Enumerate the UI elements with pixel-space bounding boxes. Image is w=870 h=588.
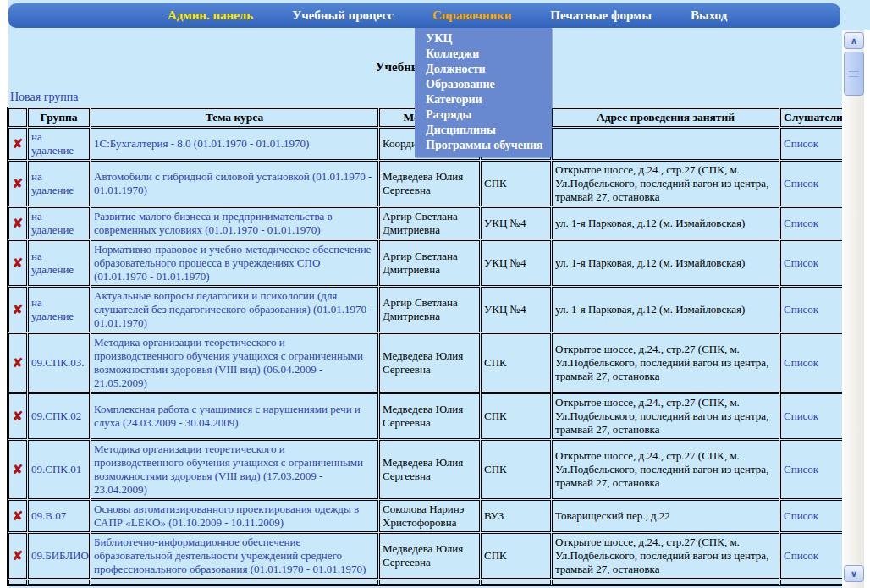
- address-text: [552, 580, 779, 585]
- manager-name: Медведева Юлия Сергеевна: [379, 440, 480, 499]
- address-text: Открытое шоссе, д.24., стр.27 (СПК, м. У…: [552, 533, 779, 579]
- dropdown-item-Категории[interactable]: Категории: [415, 92, 552, 107]
- dropdown-item-УКЦ[interactable]: УКЦ: [415, 31, 552, 47]
- course-theme-link[interactable]: Библиотечно-информационное обеспечение о…: [94, 536, 375, 576]
- listeners-list-link[interactable]: Список: [784, 137, 841, 151]
- course-theme-link[interactable]: Развитие малого бизнеса и предпринимател…: [94, 210, 375, 237]
- chevron-up-icon: ∧: [851, 36, 858, 47]
- delete-row-icon[interactable]: ✘: [13, 463, 24, 476]
- group-link[interactable]: 09.В.07: [31, 509, 86, 523]
- header-delete: [8, 108, 27, 127]
- app-window: Админ. панельУчебный процессСправочникиП…: [0, 0, 870, 588]
- header-address: Адрес проведения занятий: [552, 108, 779, 127]
- listeners-list-link[interactable]: Список: [784, 509, 841, 523]
- address-text: ул. 1-я Парковая, д.12 (м. Измайловская): [552, 287, 779, 332]
- top-navigation-bar: Админ. панельУчебный процессСправочникиП…: [8, 3, 840, 28]
- group-link[interactable]: на удаление: [31, 296, 86, 323]
- delete-row-icon[interactable]: ✘: [13, 509, 24, 523]
- group-link[interactable]: на удаление: [31, 130, 86, 157]
- ukc-type: УКЦ №4: [481, 287, 551, 332]
- dropdown-item-Программы обучения[interactable]: Программы обучения: [415, 138, 552, 153]
- listeners-list-link[interactable]: Список: [784, 409, 841, 423]
- course-theme-link[interactable]: Комплексная работа с учащимися с нарушен…: [94, 403, 375, 430]
- course-theme-link[interactable]: Основы автоматизированного проектировани…: [94, 503, 375, 530]
- ukc-type: ВУЗ: [481, 500, 551, 532]
- group-link[interactable]: на удаление: [31, 210, 86, 237]
- group-link[interactable]: на удаление: [31, 250, 86, 277]
- dropdown-item-Должности[interactable]: Должности: [415, 62, 552, 77]
- listeners-list-link[interactable]: Список: [784, 549, 841, 563]
- listeners-list-link[interactable]: Список: [784, 256, 841, 270]
- directories-dropdown-menu: УКЦКолледжиДолжностиОбразованиеКатегории…: [415, 28, 552, 157]
- ukc-type: [481, 580, 551, 585]
- group-link[interactable]: 09.СПК.02: [31, 409, 86, 423]
- manager-name: Аргир Светлана Дмитриевна: [379, 240, 480, 286]
- dropdown-item-Образование[interactable]: Образование: [415, 77, 552, 92]
- delete-row-icon[interactable]: ✘: [13, 549, 24, 563]
- table-row: ✘ 09.СПК.03. Методика организации теорет…: [8, 333, 845, 393]
- listeners-list-link[interactable]: Список: [784, 463, 841, 476]
- ukc-type: УКЦ №4: [481, 240, 551, 286]
- dropdown-item-Дисциплины[interactable]: Дисциплины: [415, 123, 552, 138]
- table-row: [8, 580, 845, 585]
- manager-name: Медведева Юлия Сергеевна: [379, 161, 480, 206]
- dropdown-item-Колледжи[interactable]: Колледжи: [415, 47, 552, 62]
- table-row: ✘ на удаление Развитие малого бизнеса и …: [8, 207, 845, 239]
- nav-study-process[interactable]: Учебный процесс: [292, 8, 394, 23]
- table-row: ✘ 09.СПК.01 Методика организации теорети…: [8, 440, 845, 499]
- group-link[interactable]: 09.СПК.03.: [31, 356, 86, 370]
- scroll-up-button[interactable]: ∧: [844, 32, 864, 49]
- course-theme-link[interactable]: Нормативно-правовое и учебно-методическо…: [94, 243, 375, 283]
- scrollbar-track[interactable]: [844, 30, 864, 588]
- groups-table: Группа Тема курса Менеджер УКЦ Адрес про…: [7, 107, 846, 586]
- nav-directories[interactable]: Справочники: [432, 8, 511, 23]
- nav-exit[interactable]: Выход: [691, 8, 727, 23]
- delete-row-icon[interactable]: ✘: [13, 177, 24, 190]
- nav-admin-panel[interactable]: Админ. панель: [168, 8, 253, 23]
- scrollbar-thumb[interactable]: [844, 52, 864, 96]
- table-row: ✘ 09.БИБЛИО Библиотечно-информационное о…: [8, 533, 845, 579]
- listeners-list-link[interactable]: Список: [784, 217, 841, 230]
- table-row: ✘ 09.В.07 Основы автоматизированного про…: [8, 500, 845, 532]
- delete-row-icon[interactable]: ✘: [13, 356, 24, 370]
- ukc-type: УКЦ №4: [481, 207, 551, 239]
- table-row: ✘ на удаление Нормативно-правовое и учеб…: [8, 240, 845, 286]
- manager-name: Медведева Юлия Сергеевна: [379, 533, 480, 579]
- listeners-list-link[interactable]: Список: [784, 177, 841, 190]
- new-group-link[interactable]: Новая группа: [2, 91, 78, 104]
- ukc-type: СПК: [481, 393, 551, 439]
- course-theme-link[interactable]: Актуальные вопросы педагогики и психолог…: [94, 289, 375, 330]
- ukc-type: СПК: [481, 333, 551, 393]
- scroll-down-button[interactable]: ∨: [844, 565, 864, 582]
- nav-print-forms[interactable]: Печатные формы: [550, 8, 652, 23]
- address-text: ул. 1-я Парковая, д.12 (м. Измайловская): [552, 207, 779, 239]
- header-listeners: Слушатели: [780, 108, 845, 127]
- course-theme-link[interactable]: Методика организации теоретического и пр…: [94, 442, 375, 497]
- header-course-theme: Тема курса: [91, 108, 378, 127]
- course-theme-link[interactable]: Методика организации теоретического и пр…: [94, 336, 375, 390]
- table-row: ✘ на удаление Актуальные вопросы педагог…: [8, 287, 845, 332]
- listeners-list-link[interactable]: Список: [784, 356, 841, 370]
- delete-row-icon[interactable]: ✘: [13, 303, 24, 316]
- group-link[interactable]: 09.БИБЛИО: [31, 549, 86, 563]
- course-theme-link[interactable]: 1С:Бухгалтерия - 8.0 (01.01.1970 - 01.01…: [94, 137, 375, 151]
- group-link[interactable]: 09.СПК.01: [31, 463, 86, 476]
- ukc-type: СПК: [481, 161, 551, 206]
- delete-row-icon[interactable]: ✘: [13, 256, 24, 270]
- address-text: Открытое шоссе, д.24., стр.27 (СПК, м. У…: [552, 161, 779, 206]
- group-link[interactable]: на удаление: [31, 170, 86, 197]
- course-theme-link[interactable]: Автомобили с гибридной силовой установко…: [94, 170, 375, 197]
- delete-row-icon[interactable]: ✘: [13, 137, 24, 151]
- address-text: Открытое шоссе, д.24., стр.27 (СПК, м. У…: [552, 393, 779, 439]
- listeners-list-link[interactable]: Список: [784, 303, 841, 316]
- address-text: Открытое шоссе, д.24., стр.27 (СПК, м. У…: [552, 440, 779, 499]
- header-group: Группа: [28, 108, 90, 127]
- manager-name: Аргир Светлана Дмитриевна: [379, 207, 480, 239]
- manager-name: Соколова Наринэ Христофоровна: [379, 500, 480, 532]
- scrollbar-area: ∧ ∨: [842, 0, 870, 588]
- manager-name: Аргир Светлана Дмитриевна: [379, 287, 480, 332]
- dropdown-item-Разряды[interactable]: Разряды: [415, 107, 552, 123]
- delete-row-icon[interactable]: ✘: [13, 217, 24, 230]
- delete-row-icon[interactable]: ✘: [13, 409, 24, 423]
- address-text: [552, 128, 779, 160]
